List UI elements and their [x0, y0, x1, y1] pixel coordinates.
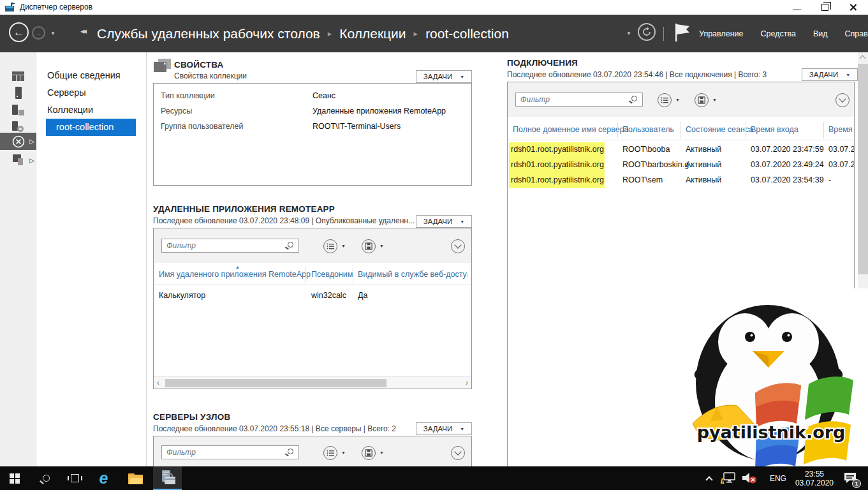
tray-date: 03.07.2020 — [795, 479, 834, 487]
connection-row-user[interactable]: ROOT\barboskin.g — [622, 160, 689, 169]
connection-row-login-time[interactable]: 03.07.2020 23:49:24 — [751, 160, 824, 169]
collapse-panel-button[interactable] — [835, 93, 850, 107]
menu-view[interactable]: Вид — [813, 29, 828, 38]
refresh-button[interactable] — [638, 23, 656, 41]
save-query-button[interactable] — [695, 93, 709, 107]
connection-row-extra[interactable]: 03.07.2020 — [828, 145, 854, 154]
save-query-button[interactable] — [362, 239, 376, 253]
caret-down-icon[interactable]: ▼ — [379, 450, 384, 455]
network-warning-icon[interactable] — [721, 472, 736, 484]
sidebar-icon-local-server[interactable] — [0, 84, 36, 101]
connection-row-user[interactable]: ROOT\booba — [622, 145, 670, 154]
properties-tasks-button[interactable]: ЗАДАЧИ ▼ — [416, 70, 472, 83]
host-servers-tasks-button[interactable]: ЗАДАЧИ ▼ — [416, 422, 472, 435]
caret-down-icon[interactable]: ▼ — [341, 244, 346, 248]
connections-col-state[interactable]: Состояние сеанса — [686, 125, 753, 134]
host-servers-filter-input[interactable] — [161, 445, 299, 459]
remoteapp-tasks-button[interactable]: ЗАДАЧИ ▼ — [416, 215, 472, 228]
connection-row-state[interactable]: Активный — [686, 160, 721, 169]
sidebar-icon-storage[interactable]: ▷ — [0, 152, 36, 168]
connection-row-user[interactable]: ROOT\sem — [622, 175, 663, 184]
tray-expand-icon[interactable] — [705, 476, 712, 483]
connection-row-extra[interactable]: 03.07.2020 — [828, 160, 854, 169]
scroll-up-icon[interactable] — [860, 56, 866, 62]
minimize-button[interactable] — [786, 0, 807, 15]
connections-filter-input[interactable] — [515, 93, 643, 107]
volume-muted-icon[interactable] — [742, 473, 757, 484]
list-view-button[interactable] — [658, 93, 672, 107]
connections-col-server[interactable]: Полное доменное имя сервера — [513, 125, 629, 134]
sidebar-icon-all-servers[interactable] — [0, 102, 36, 119]
forward-button[interactable]: → — [32, 26, 45, 40]
connection-row-login-time[interactable]: 03.07.2020 23:47:59 — [751, 145, 824, 154]
remoteapp-col-name[interactable]: Имя удаленного приложения RemoteApp — [159, 270, 311, 279]
language-indicator[interactable]: ENG — [770, 474, 786, 483]
collapse-breadcrumb-icon[interactable]: ◂◂ — [80, 26, 85, 36]
sidebar-item-overview[interactable]: Общие сведения — [36, 67, 147, 84]
file-explorer-button[interactable] — [121, 466, 150, 490]
sort-ascending-icon[interactable]: ▲ — [235, 265, 240, 269]
breadcrumb-item-root-collection[interactable]: root-collection — [425, 26, 509, 41]
caret-down-icon[interactable]: ▼ — [712, 98, 717, 102]
menu-help[interactable]: Справка — [845, 29, 868, 38]
connections-tasks-button[interactable]: ЗАДАЧИ ▼ — [802, 68, 858, 81]
sidebar-item-servers[interactable]: Серверы — [36, 84, 147, 101]
clock[interactable]: 23:55 03.07.2020 — [795, 470, 834, 487]
remoteapp-row-name[interactable]: Калькулятор — [159, 291, 205, 300]
remoteapp-row-alias[interactable]: win32calc — [311, 291, 346, 300]
sidebar-item-collections[interactable]: Коллекции — [36, 101, 147, 119]
scroll-right-icon[interactable]: › — [466, 378, 468, 387]
restore-button[interactable] — [814, 0, 835, 15]
expand-right-icon[interactable]: ▷ — [29, 157, 34, 164]
menu-tools[interactable]: Средства — [761, 29, 796, 38]
collapse-panel-button[interactable] — [451, 239, 465, 253]
collapse-panel-button[interactable] — [451, 446, 465, 460]
connection-row-state[interactable]: Активный — [686, 175, 721, 184]
scroll-left-icon[interactable]: ‹ — [157, 378, 159, 387]
history-dropdown-icon[interactable]: ▼ — [50, 31, 55, 36]
connection-row-login-time[interactable]: 03.07.2020 23:54:39 — [751, 175, 824, 184]
close-button[interactable] — [842, 0, 864, 15]
caret-down-icon[interactable]: ▼ — [379, 244, 384, 248]
chevron-down-icon — [454, 448, 461, 455]
server-manager-taskbar-button[interactable] — [153, 466, 182, 490]
save-query-button[interactable] — [362, 446, 376, 460]
windows-start-icon — [10, 473, 20, 484]
horizontal-scrollbar[interactable]: ‹ › — [154, 376, 471, 389]
start-button[interactable] — [0, 466, 29, 490]
remoteapp-col-webaccess[interactable]: Видимый в службе веб-доступа — [358, 270, 467, 279]
sidebar-item-root-collection[interactable]: root-collection — [46, 119, 136, 136]
list-view-button[interactable] — [323, 446, 337, 460]
connections-col-user[interactable]: Пользователь — [622, 125, 674, 134]
breadcrumb-item-collections[interactable]: Коллекции — [339, 26, 406, 41]
list-view-button[interactable] — [323, 239, 337, 253]
taskbar-search-button[interactable] — [32, 466, 61, 490]
menu-manage[interactable]: Управление — [699, 29, 744, 38]
scrollbar-thumb[interactable] — [858, 64, 868, 274]
connection-row-server[interactable]: rdsh01.root.pyatilistnik.org — [511, 160, 604, 169]
caret-down-icon[interactable]: ▼ — [341, 450, 346, 455]
remoteapp-filter-input[interactable] — [161, 239, 299, 253]
action-center-button[interactable]: 1 — [844, 471, 857, 486]
back-button[interactable]: ← — [9, 22, 29, 42]
remoteapp-col-alias[interactable]: Псевдоним — [311, 270, 353, 279]
remoteapp-row-webaccess[interactable]: Да — [358, 291, 367, 300]
connections-col-extra[interactable]: Время — [828, 125, 854, 134]
connections-col-login-time[interactable]: Время входа — [751, 125, 798, 134]
save-icon — [698, 96, 705, 104]
scrollbar-thumb[interactable] — [165, 379, 386, 387]
connection-row-server[interactable]: rdsh01.root.pyatilistnik.org — [511, 145, 604, 154]
caret-down-icon[interactable]: ▼ — [675, 98, 680, 102]
connection-row-server[interactable]: rdsh01.root.pyatilistnik.org — [511, 175, 604, 184]
vertical-scrollbar[interactable] — [858, 52, 868, 293]
task-view-button[interactable] — [61, 466, 89, 490]
breadcrumb-item-rds[interactable]: Службы удаленных рабочих столов — [97, 26, 320, 41]
connection-row-extra[interactable]: - — [828, 175, 854, 184]
connection-row-state[interactable]: Активный — [686, 145, 721, 154]
notifications-flag-icon[interactable] — [674, 23, 691, 42]
breadcrumb-dropdown-icon[interactable]: ▼ — [626, 31, 631, 36]
internet-explorer-button[interactable]: e — [89, 466, 118, 490]
expand-right-icon[interactable]: ▷ — [29, 138, 34, 145]
sidebar-icon-rds[interactable]: ▷ — [0, 133, 36, 150]
sidebar-icon-dashboard[interactable] — [0, 68, 36, 84]
